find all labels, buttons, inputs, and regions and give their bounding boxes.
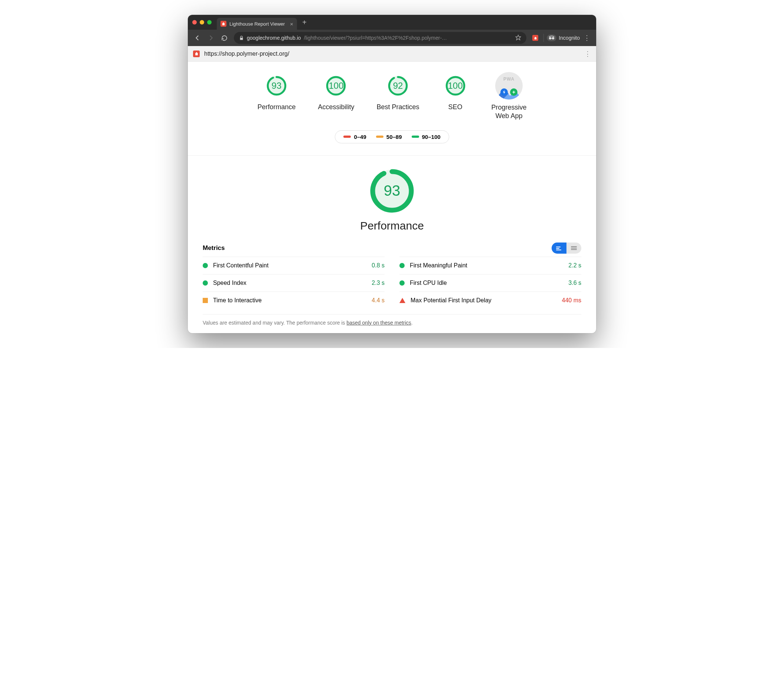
url-path: /lighthouse/viewer/?psiurl=https%3A%2F%2… bbox=[304, 35, 447, 41]
metric-first-contentful-paint: First Contentful Paint0.8 s bbox=[203, 257, 385, 274]
gauge-best-practices[interactable]: 92Best Practices bbox=[376, 72, 419, 111]
legend-fail: 0–49 bbox=[343, 134, 366, 140]
gauge-pwa[interactable]: PWA + Progressive Web App bbox=[491, 72, 527, 121]
lock-icon bbox=[239, 36, 244, 40]
svg-marker-17 bbox=[503, 90, 505, 94]
forward-button[interactable] bbox=[205, 32, 217, 44]
window-controls bbox=[192, 20, 212, 25]
score-legend: 0–49 50–89 90–100 bbox=[335, 130, 449, 144]
svg-marker-6 bbox=[195, 52, 198, 55]
lighthouse-logo-icon bbox=[193, 51, 200, 57]
svg-marker-2 bbox=[534, 36, 536, 39]
svg-marker-15 bbox=[495, 88, 523, 99]
metric-time-to-interactive: Time to Interactive4.4 s bbox=[203, 292, 385, 309]
category-gauge: 93 Performance bbox=[203, 167, 581, 232]
gauge-performance[interactable]: 93Performance bbox=[257, 72, 295, 111]
legend-pass: 90–100 bbox=[412, 134, 441, 140]
url-host: googlechrome.github.io bbox=[247, 35, 301, 41]
incognito-label: Incognito bbox=[559, 35, 580, 41]
browser-menu-button[interactable]: ⋮ bbox=[581, 34, 593, 42]
tab-title: Lighthouse Report Viewer bbox=[229, 21, 285, 27]
metrics-footnote: Values are estimated and may vary. The p… bbox=[203, 314, 581, 326]
incognito-icon bbox=[547, 35, 557, 41]
category-performance: 93 Performance Metrics First Contentful … bbox=[188, 156, 596, 333]
category-title: Performance bbox=[360, 219, 424, 232]
report-target-url: https://shop.polymer-project.org/ bbox=[204, 51, 289, 57]
view-detailed-button[interactable] bbox=[567, 243, 581, 254]
browser-window: Lighthouse Report Viewer × + googlechrom… bbox=[188, 15, 596, 333]
browser-toolbar: googlechrome.github.io/lighthouse/viewer… bbox=[188, 30, 596, 46]
footnote-link[interactable]: based only on these metrics bbox=[347, 320, 411, 326]
close-window-button[interactable] bbox=[192, 20, 197, 25]
metric-first-cpu-idle: First CPU Idle3.6 s bbox=[399, 274, 581, 292]
maximize-window-button[interactable] bbox=[207, 20, 212, 25]
svg-marker-0 bbox=[222, 22, 225, 25]
bookmark-star-icon[interactable] bbox=[515, 35, 521, 41]
close-tab-icon[interactable]: × bbox=[290, 21, 293, 27]
svg-rect-5 bbox=[551, 38, 552, 39]
svg-point-3 bbox=[549, 37, 551, 40]
gauge-seo[interactable]: 100SEO bbox=[442, 72, 469, 111]
address-bar[interactable]: googlechrome.github.io/lighthouse/viewer… bbox=[234, 32, 526, 44]
minimize-window-button[interactable] bbox=[200, 20, 204, 25]
svg-point-4 bbox=[552, 37, 554, 40]
incognito-indicator: Incognito bbox=[544, 34, 580, 42]
svg-marker-1 bbox=[516, 35, 521, 40]
metric-max-potential-first-input-delay: Max Potential First Input Delay440 ms bbox=[399, 292, 581, 309]
metric-speed-index: Speed Index2.3 s bbox=[203, 274, 385, 292]
gauge-accessibility[interactable]: 100Accessibility bbox=[318, 72, 354, 111]
metric-first-meaningful-paint: First Meaningful Paint2.2 s bbox=[399, 257, 581, 274]
lighthouse-favicon-icon bbox=[221, 21, 226, 27]
report-menu-button[interactable]: ⋮ bbox=[584, 50, 591, 58]
back-button[interactable] bbox=[191, 32, 203, 44]
browser-tab[interactable]: Lighthouse Report Viewer × bbox=[217, 18, 297, 30]
reload-button[interactable] bbox=[218, 32, 230, 44]
extension-lighthouse-icon[interactable] bbox=[532, 35, 538, 41]
metrics-view-toggle[interactable] bbox=[552, 243, 581, 254]
legend-average: 50–89 bbox=[376, 134, 402, 140]
window-titlebar: Lighthouse Report Viewer × + bbox=[188, 15, 596, 30]
score-summary: 93Performance 100Accessibility 92Best Pr… bbox=[188, 62, 596, 147]
new-tab-button[interactable]: + bbox=[302, 18, 306, 27]
metrics-heading: Metrics bbox=[203, 244, 225, 252]
report-toolbar: https://shop.polymer-project.org/ ⋮ bbox=[188, 46, 596, 62]
view-compact-button[interactable] bbox=[552, 243, 567, 254]
